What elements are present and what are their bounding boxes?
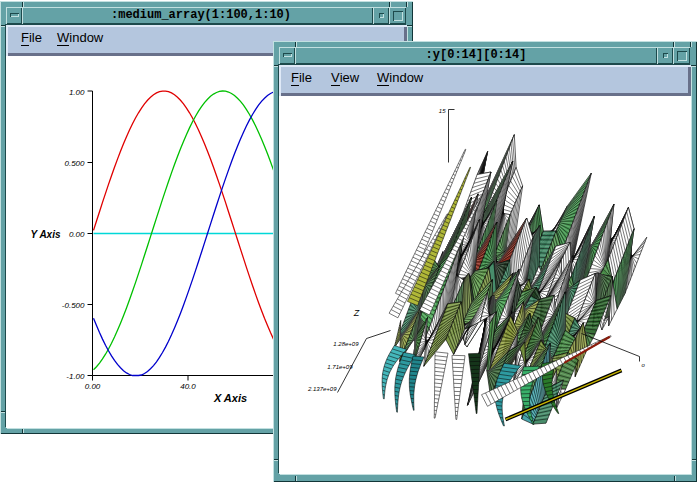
svg-text:Z: Z (353, 308, 360, 318)
svg-text:15: 15 (439, 108, 446, 114)
svg-text:0.00: 0.00 (85, 382, 101, 391)
svg-text:0.500: 0.500 (64, 159, 85, 168)
svg-text:1.00: 1.00 (69, 88, 85, 97)
svg-text:-1.00: -1.00 (66, 372, 85, 381)
svg-text:1.71e+09: 1.71e+09 (327, 364, 353, 370)
svg-text:Y Axis: Y Axis (30, 229, 60, 240)
svg-text:o: o (642, 362, 646, 368)
svg-text:0.00: 0.00 (69, 230, 85, 239)
svg-text:2.137e+09: 2.137e+09 (307, 386, 337, 392)
svg-text:1.28e+09: 1.28e+09 (333, 341, 359, 347)
svg-text:40.0: 40.0 (180, 382, 196, 391)
svg-text:-0.500: -0.500 (62, 301, 85, 310)
svg-text:X Axis: X Axis (213, 392, 247, 404)
